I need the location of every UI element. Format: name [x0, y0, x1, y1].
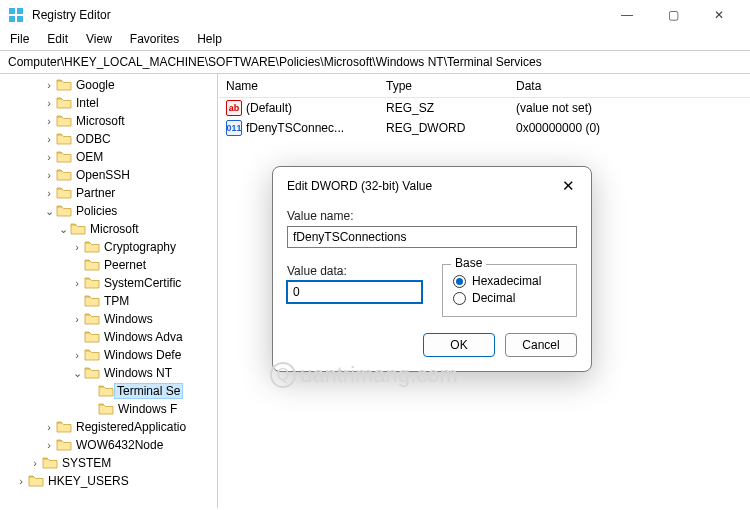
folder-icon — [56, 96, 72, 110]
minimize-button[interactable]: — — [604, 0, 650, 30]
folder-icon — [98, 402, 114, 416]
folder-icon — [84, 366, 100, 380]
radio-icon — [453, 292, 466, 305]
cancel-button[interactable]: Cancel — [505, 333, 577, 357]
menubar: File Edit View Favorites Help — [0, 30, 750, 50]
tree-node-partner[interactable]: ›Partner — [0, 184, 217, 202]
folder-icon — [84, 240, 100, 254]
chevron-icon[interactable]: ⌄ — [56, 223, 70, 236]
tree-node-openssh[interactable]: ›OpenSSH — [0, 166, 217, 184]
tree-node-windows-f[interactable]: ›Windows F — [0, 400, 217, 418]
value-name-input[interactable] — [287, 226, 577, 248]
radio-hexadecimal[interactable]: Hexadecimal — [453, 274, 566, 288]
tree-node-policies[interactable]: ⌄Policies — [0, 202, 217, 220]
tree-view[interactable]: ›Google›Intel›Microsoft›ODBC›OEM›OpenSSH… — [0, 74, 218, 508]
svg-rect-2 — [9, 16, 15, 22]
value-row[interactable]: ab(Default)REG_SZ(value not set) — [218, 98, 750, 118]
folder-icon — [56, 78, 72, 92]
chevron-icon[interactable]: ⌄ — [42, 205, 56, 218]
tree-node-systemcertific[interactable]: ›SystemCertific — [0, 274, 217, 292]
menu-favorites[interactable]: Favorites — [130, 32, 179, 46]
tree-label: Windows Defe — [103, 348, 182, 362]
chevron-icon[interactable]: › — [70, 295, 84, 307]
value-row[interactable]: 011fDenyTSConnec...REG_DWORD0x00000000 (… — [218, 118, 750, 138]
tree-node-system[interactable]: ›SYSTEM — [0, 454, 217, 472]
tree-label: OEM — [75, 150, 104, 164]
chevron-icon[interactable]: › — [70, 313, 84, 325]
string-value-icon: ab — [226, 100, 242, 116]
col-name[interactable]: Name — [218, 75, 378, 97]
chevron-icon[interactable]: › — [42, 115, 56, 127]
folder-icon — [84, 294, 100, 308]
menu-view[interactable]: View — [86, 32, 112, 46]
chevron-icon[interactable]: › — [28, 457, 42, 469]
tree-label: Policies — [75, 204, 118, 218]
radio-icon — [453, 275, 466, 288]
tree-node-odbc[interactable]: ›ODBC — [0, 130, 217, 148]
tree-node-oem[interactable]: ›OEM — [0, 148, 217, 166]
chevron-icon[interactable]: › — [42, 79, 56, 91]
chevron-icon[interactable]: › — [70, 349, 84, 361]
chevron-icon[interactable]: › — [70, 259, 84, 271]
dialog-close-button[interactable]: ✕ — [559, 177, 577, 195]
chevron-icon[interactable]: › — [42, 133, 56, 145]
chevron-icon[interactable]: ⌄ — [70, 367, 84, 380]
tree-label: Windows F — [117, 402, 178, 416]
chevron-icon[interactable]: › — [70, 277, 84, 289]
menu-help[interactable]: Help — [197, 32, 222, 46]
chevron-icon[interactable]: › — [42, 151, 56, 163]
window-title: Registry Editor — [32, 8, 604, 22]
value-data: 0x00000000 (0) — [508, 119, 750, 137]
chevron-icon[interactable]: › — [70, 241, 84, 253]
folder-icon — [56, 132, 72, 146]
maximize-button[interactable]: ▢ — [650, 0, 696, 30]
radio-decimal[interactable]: Decimal — [453, 291, 566, 305]
window-close-button[interactable]: ✕ — [696, 0, 742, 30]
tree-label: HKEY_USERS — [47, 474, 130, 488]
tree-node-google[interactable]: ›Google — [0, 76, 217, 94]
value-data-input[interactable] — [287, 281, 422, 303]
tree-label: Intel — [75, 96, 100, 110]
tree-node-peernet[interactable]: ›Peernet — [0, 256, 217, 274]
chevron-icon[interactable]: › — [70, 331, 84, 343]
value-name-label: Value name: — [287, 209, 577, 223]
tree-label: Peernet — [103, 258, 147, 272]
tree-label: SYSTEM — [61, 456, 112, 470]
chevron-icon[interactable]: › — [84, 385, 98, 397]
tree-node-microsoft[interactable]: ›Microsoft — [0, 112, 217, 130]
tree-node-registeredapplicatio[interactable]: ›RegisteredApplicatio — [0, 418, 217, 436]
chevron-icon[interactable]: › — [14, 475, 28, 487]
address-bar[interactable]: Computer\HKEY_LOCAL_MACHINE\SOFTWARE\Pol… — [0, 50, 750, 74]
chevron-icon[interactable]: › — [42, 169, 56, 181]
chevron-icon[interactable]: › — [42, 187, 56, 199]
tree-node-windows-adva[interactable]: ›Windows Adva — [0, 328, 217, 346]
edit-dword-dialog: Edit DWORD (32-bit) Value ✕ Value name: … — [272, 166, 592, 372]
col-data[interactable]: Data — [508, 75, 750, 97]
tree-node-cryptography[interactable]: ›Cryptography — [0, 238, 217, 256]
folder-icon — [56, 420, 72, 434]
chevron-icon[interactable]: › — [42, 439, 56, 451]
tree-node-windows-defe[interactable]: ›Windows Defe — [0, 346, 217, 364]
dialog-title: Edit DWORD (32-bit) Value — [287, 179, 559, 193]
tree-node-terminal-se[interactable]: ›Terminal Se — [0, 382, 217, 400]
menu-edit[interactable]: Edit — [47, 32, 68, 46]
folder-icon — [84, 312, 100, 326]
tree-label: Windows NT — [103, 366, 173, 380]
chevron-icon[interactable]: › — [42, 97, 56, 109]
chevron-icon[interactable]: › — [42, 421, 56, 433]
col-type[interactable]: Type — [378, 75, 508, 97]
tree-node-microsoft[interactable]: ⌄Microsoft — [0, 220, 217, 238]
base-label: Base — [451, 256, 486, 270]
tree-node-hkey-users[interactable]: ›HKEY_USERS — [0, 472, 217, 490]
folder-icon — [84, 348, 100, 362]
tree-node-tpm[interactable]: ›TPM — [0, 292, 217, 310]
tree-node-intel[interactable]: ›Intel — [0, 94, 217, 112]
tree-label: ODBC — [75, 132, 112, 146]
menu-file[interactable]: File — [10, 32, 29, 46]
ok-button[interactable]: OK — [423, 333, 495, 357]
tree-node-wow6432node[interactable]: ›WOW6432Node — [0, 436, 217, 454]
tree-node-windows[interactable]: ›Windows — [0, 310, 217, 328]
tree-label: OpenSSH — [75, 168, 131, 182]
chevron-icon[interactable]: › — [84, 403, 98, 415]
tree-node-windows-nt[interactable]: ⌄Windows NT — [0, 364, 217, 382]
